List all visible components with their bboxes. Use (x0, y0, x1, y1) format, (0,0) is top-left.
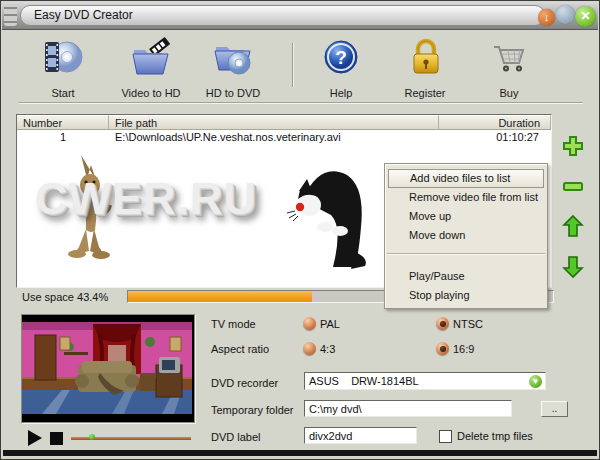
pal-radio[interactable] (303, 317, 316, 330)
context-menu: Add video files to list Remove video fil… (384, 163, 548, 309)
pal-label[interactable]: PAL (320, 318, 340, 330)
menu-item-move-up[interactable]: Move up (385, 207, 547, 226)
menu-separator (387, 253, 545, 255)
tv-mode-label: TV mode (211, 318, 256, 330)
close-button[interactable]: ✕ (575, 6, 596, 27)
menu-item-play-pause[interactable]: Play/Pause (385, 267, 547, 286)
move-down-button[interactable] (561, 255, 585, 279)
video-to-hd-label: Video to HD (113, 87, 189, 99)
ntsc-radio[interactable] (436, 317, 449, 330)
titlebar[interactable]: Easy DVD Creator ↓ ✕ (2, 2, 598, 30)
use-space-progress-fill (128, 291, 312, 302)
minus-icon (561, 184, 585, 201)
aspect-169-label[interactable]: 16:9 (453, 343, 474, 355)
window-bottom-edge (3, 450, 597, 456)
stop-button[interactable] (50, 432, 63, 445)
cell-filepath: E:\Downloads\UP.Ne.veshat.nos.veterinary… (109, 131, 439, 145)
window-title: Easy DVD Creator (20, 5, 545, 26)
plus-icon (561, 144, 585, 161)
hd-to-dvd-button[interactable]: HD to DVD (195, 37, 271, 99)
aspect-43-label[interactable]: 4:3 (320, 343, 335, 355)
delete-tmp-checkbox[interactable] (439, 430, 452, 443)
video-frame-graphic (22, 315, 192, 420)
arrow-down-icon (561, 265, 585, 282)
temporary-folder-field[interactable] (304, 400, 512, 417)
sylvester-cat-graphic (285, 157, 375, 272)
cell-duration: 01:10:27 (439, 131, 551, 145)
svg-text:?: ? (335, 47, 347, 68)
dvd-label-field[interactable] (304, 427, 417, 444)
browse-folder-button[interactable]: .. (541, 401, 568, 417)
start-label: Start (25, 87, 101, 99)
cart-icon (487, 67, 531, 84)
seek-slider-thumb[interactable] (89, 434, 95, 440)
column-header-filepath[interactable]: File path (109, 115, 439, 130)
folder-disc-icon (211, 67, 255, 84)
menu-item-move-down[interactable]: Move down (385, 226, 547, 245)
register-button[interactable]: Register (387, 37, 463, 99)
video-to-hd-button[interactable]: Video to HD (113, 37, 189, 99)
temporary-folder-label: Temporary folder (211, 404, 294, 416)
column-header-duration[interactable]: Duration (439, 115, 551, 130)
folder-film-icon (129, 67, 173, 84)
remove-file-button[interactable] (561, 174, 585, 198)
minimize-button[interactable]: ↓ (538, 9, 555, 26)
dvd-label-label: DVD label (211, 431, 261, 443)
toolbar-divider (19, 102, 583, 104)
ntsc-label[interactable]: NTSC (453, 318, 483, 330)
maximize-button[interactable] (556, 5, 575, 24)
combo-dropdown-icon[interactable]: ▼ (529, 375, 542, 388)
buy-label: Buy (471, 87, 547, 99)
toolbar-separator (292, 43, 294, 87)
dvd-recorder-value: ASUS DRW-1814BL (309, 374, 419, 389)
use-space-label: Use space 43.4% (22, 291, 108, 303)
buy-button[interactable]: Buy (471, 37, 547, 99)
aspect-43-radio[interactable] (303, 342, 316, 355)
start-button[interactable]: Start (25, 37, 101, 99)
table-row[interactable]: 1 E:\Downloads\UP.Ne.veshat.nos.veterina… (17, 131, 551, 145)
dvd-recorder-label: DVD recorder (211, 377, 278, 389)
menu-item-remove-video-file[interactable]: Remove video file from list (385, 188, 547, 207)
add-file-button[interactable] (561, 134, 585, 158)
move-up-button[interactable] (561, 214, 585, 238)
menu-item-stop-playing[interactable]: Stop playing (385, 286, 547, 305)
delete-tmp-label[interactable]: Delete tmp files (457, 430, 533, 442)
cell-number: 1 (17, 131, 109, 145)
column-header-number[interactable]: Number (17, 115, 109, 130)
question-icon: ? (319, 67, 363, 84)
help-label: Help (303, 87, 379, 99)
video-preview (21, 314, 195, 423)
help-button[interactable]: ? Help (303, 37, 379, 99)
arrow-up-icon (561, 224, 585, 241)
dvd-recorder-select[interactable]: ASUS DRW-1814BL ▼ (304, 372, 546, 390)
file-list-header: Number File path Duration (17, 115, 551, 130)
play-button[interactable] (28, 430, 42, 446)
hd-to-dvd-label: HD to DVD (195, 87, 271, 99)
aspect-169-radio[interactable] (436, 342, 449, 355)
menu-item-add-video-files[interactable]: Add video files to list (388, 169, 544, 188)
padlock-icon (403, 67, 447, 84)
app-window: Easy DVD Creator ↓ ✕ Start (0, 0, 600, 460)
register-label: Register (387, 87, 463, 99)
film-disc-icon (41, 67, 85, 84)
titlebar-grip (4, 4, 17, 26)
aspect-ratio-label: Aspect ratio (211, 343, 269, 355)
